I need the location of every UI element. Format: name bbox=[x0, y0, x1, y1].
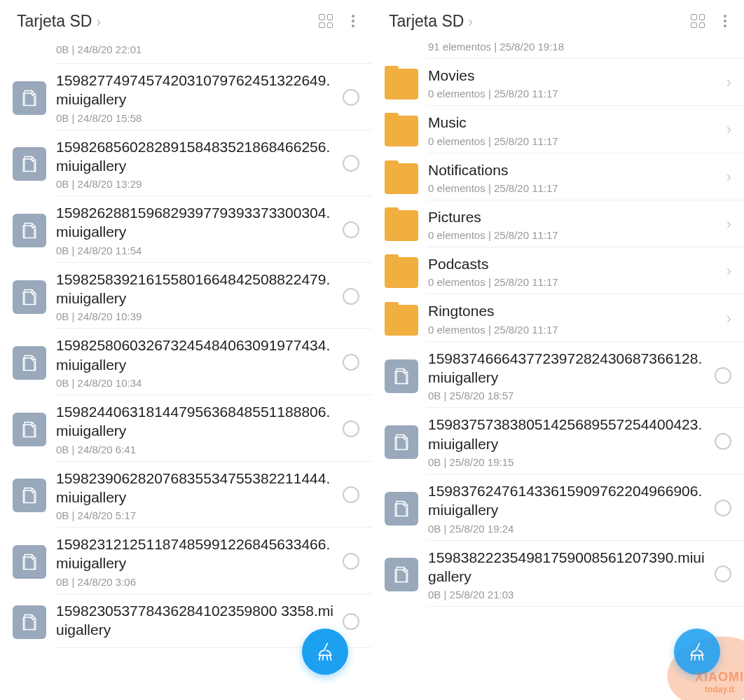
chevron-right-icon: › bbox=[726, 262, 731, 280]
file-icon bbox=[13, 545, 46, 579]
left-pane: Tarjeta SD › 0B | 24/8/20 22:01 15982774… bbox=[0, 0, 372, 700]
breadcrumb[interactable]: Tarjeta SD › bbox=[389, 12, 691, 31]
list-item[interactable]: 159837573838051425689557254400423.miuiga… bbox=[372, 408, 744, 474]
folder-meta: 0 elementos | 25/8/20 11:17 bbox=[428, 182, 719, 194]
folder-meta: 0 elementos | 25/8/20 11:17 bbox=[428, 276, 719, 288]
grid-view-icon[interactable] bbox=[691, 14, 705, 28]
select-radio[interactable] bbox=[343, 354, 359, 371]
folder-icon bbox=[385, 257, 418, 288]
file-meta: 0B | 24/8/20 15:58 bbox=[56, 112, 336, 124]
file-name: 159837624761433615909762204966906.miuiga… bbox=[428, 481, 708, 520]
folder-name: Ringtones bbox=[428, 301, 719, 320]
list-item[interactable]: 159826856028289158483521868466256.miuiga… bbox=[0, 130, 372, 196]
chevron-right-icon: › bbox=[726, 168, 731, 186]
select-radio[interactable] bbox=[343, 89, 359, 106]
file-name: 159823121251187485991226845633466.miuiga… bbox=[56, 535, 336, 573]
file-name: 159824406318144795636848551188806.miuiga… bbox=[56, 402, 336, 441]
chevron-right-icon: › bbox=[726, 310, 731, 328]
list-item[interactable]: 159837466643772397282430687366128.miuiga… bbox=[372, 342, 744, 408]
file-icon bbox=[13, 81, 46, 115]
more-icon[interactable] bbox=[719, 15, 731, 27]
list-item[interactable]: 159825806032673245484063091977434.miuiga… bbox=[0, 329, 372, 394]
select-radio[interactable] bbox=[715, 433, 731, 450]
file-name: 159826856028289158483521868466256.miuiga… bbox=[56, 137, 336, 176]
file-icon bbox=[13, 280, 46, 314]
list-item[interactable]: 159838222354981759008561207390.miuigalle… bbox=[372, 541, 744, 607]
folder-meta: 0 elementos | 25/8/20 11:17 bbox=[428, 88, 719, 99]
file-meta: 0B | 25/8/20 18:57 bbox=[428, 390, 708, 402]
select-radio[interactable] bbox=[343, 288, 359, 305]
folder-icon bbox=[385, 69, 418, 99]
file-name: 159825806032673245484063091977434.miuiga… bbox=[56, 336, 336, 374]
list-item[interactable]: 159837624761433615909762204966906.miuiga… bbox=[372, 474, 744, 540]
chevron-right-icon: › bbox=[96, 13, 101, 29]
file-name: 159837466643772397282430687366128.miuiga… bbox=[428, 349, 708, 387]
list-item[interactable]: 159823121251187485991226845633466.miuiga… bbox=[0, 528, 372, 593]
select-radio[interactable] bbox=[343, 486, 359, 503]
select-radio[interactable] bbox=[715, 367, 731, 384]
chevron-right-icon: › bbox=[726, 215, 731, 233]
folder-meta: 0 elementos | 25/8/20 11:17 bbox=[428, 324, 719, 336]
select-radio[interactable] bbox=[343, 553, 359, 570]
clean-button[interactable] bbox=[302, 629, 348, 675]
folder-name: Movies bbox=[428, 66, 719, 85]
file-meta: 0B | 24/8/20 6:41 bbox=[56, 444, 336, 455]
folder-icon bbox=[385, 163, 418, 194]
select-radio[interactable] bbox=[343, 155, 359, 172]
list-item[interactable]: 159824406318144795636848551188806.miuiga… bbox=[0, 395, 372, 461]
folder-icon bbox=[385, 305, 418, 336]
folder-meta: 91 elementos | 25/8/20 19:18 bbox=[428, 41, 731, 53]
file-name: 159826288159682939779393373300304.miuiga… bbox=[56, 203, 336, 242]
list-item[interactable]: 159823906282076835534755382211444.miuiga… bbox=[0, 462, 372, 528]
file-name: 159823053778436284102359800 3358.miuigal… bbox=[56, 601, 336, 640]
file-meta: 0B | 25/8/20 19:24 bbox=[428, 523, 708, 535]
list-item[interactable]: Notifications 0 elementos | 25/8/20 11:1… bbox=[372, 153, 744, 200]
header: Tarjeta SD › bbox=[0, 0, 372, 41]
list-item[interactable]: 159825839216155801664842508822479.miuiga… bbox=[0, 263, 372, 329]
select-radio[interactable] bbox=[343, 613, 359, 630]
file-meta: 0B | 25/8/20 19:15 bbox=[428, 456, 708, 468]
file-icon bbox=[385, 359, 418, 393]
list-item[interactable]: 0B | 24/8/20 22:01 bbox=[0, 41, 372, 63]
folder-name: Music bbox=[428, 113, 719, 132]
file-icon bbox=[13, 147, 46, 181]
file-name: 159837573838051425689557254400423.miuiga… bbox=[428, 415, 708, 453]
file-name: 159838222354981759008561207390.miuigalle… bbox=[428, 548, 708, 586]
file-name: 159823906282076835534755382211444.miuiga… bbox=[56, 469, 336, 507]
list-item[interactable]: Music 0 elementos | 25/8/20 11:17 › bbox=[372, 106, 744, 152]
chevron-right-icon: › bbox=[726, 74, 731, 92]
file-icon bbox=[13, 605, 46, 639]
list-item[interactable]: Pictures 0 elementos | 25/8/20 11:17 › bbox=[372, 200, 744, 247]
breadcrumb-label: Tarjeta SD bbox=[17, 12, 92, 31]
list-item[interactable]: Ringtones 0 elementos | 25/8/20 11:17 › bbox=[372, 294, 744, 341]
more-icon[interactable] bbox=[347, 15, 359, 27]
list-item[interactable]: Podcasts 0 elementos | 25/8/20 11:17 › bbox=[372, 247, 744, 294]
folder-name: Notifications bbox=[428, 160, 719, 179]
folder-icon bbox=[385, 210, 418, 241]
chevron-right-icon: › bbox=[468, 13, 473, 29]
clean-button[interactable] bbox=[674, 629, 720, 675]
select-radio[interactable] bbox=[343, 420, 359, 437]
right-pane: Tarjeta SD › 91 elementos | 25/8/20 19:1… bbox=[372, 0, 744, 700]
breadcrumb-label: Tarjeta SD bbox=[389, 12, 464, 31]
file-meta: 0B | 24/8/20 3:06 bbox=[56, 576, 336, 588]
file-meta: 0B | 24/8/20 13:29 bbox=[56, 178, 336, 190]
file-name: 159827749745742031079762451322649.miuiga… bbox=[56, 71, 336, 109]
list-item[interactable]: 159826288159682939779393373300304.miuiga… bbox=[0, 196, 372, 262]
list-item[interactable]: 91 elementos | 25/8/20 19:18 bbox=[372, 41, 744, 58]
chevron-right-icon: › bbox=[726, 121, 731, 139]
select-radio[interactable] bbox=[715, 565, 731, 582]
file-meta: 0B | 24/8/20 10:34 bbox=[56, 377, 336, 389]
broom-icon bbox=[313, 640, 337, 664]
file-meta: 0B | 24/8/20 5:17 bbox=[56, 509, 336, 521]
grid-view-icon[interactable] bbox=[319, 14, 333, 28]
folder-name: Podcasts bbox=[428, 254, 719, 273]
breadcrumb[interactable]: Tarjeta SD › bbox=[17, 12, 319, 31]
list-item[interactable]: 159827749745742031079762451322649.miuiga… bbox=[0, 64, 372, 130]
select-radio[interactable] bbox=[715, 500, 731, 516]
file-meta: 0B | 25/8/20 21:03 bbox=[428, 589, 708, 601]
select-radio[interactable] bbox=[343, 221, 359, 238]
folder-icon bbox=[385, 116, 418, 146]
list-item[interactable]: Movies 0 elementos | 25/8/20 11:17 › bbox=[372, 59, 744, 105]
header: Tarjeta SD › bbox=[372, 0, 744, 41]
